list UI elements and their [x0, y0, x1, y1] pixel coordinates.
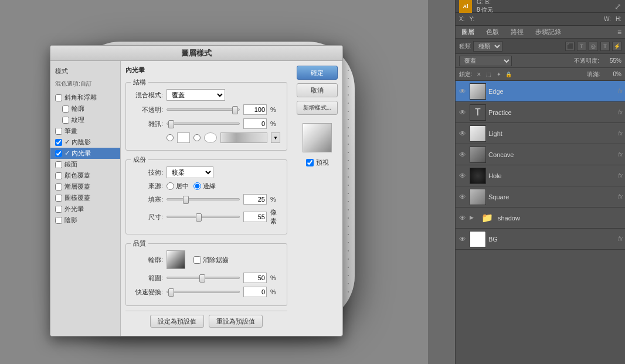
- range-slider-container[interactable]: [167, 273, 240, 283]
- expand-icon[interactable]: ⤢: [614, 2, 621, 11]
- inner-shadow-checkbox[interactable]: [55, 139, 62, 146]
- jitter-value-input[interactable]: 0: [243, 287, 267, 297]
- concave-fx[interactable]: fx: [618, 151, 623, 158]
- light-fx[interactable]: fx: [618, 130, 623, 137]
- pattern-overlay-checkbox[interactable]: [55, 195, 62, 202]
- size-slider-container[interactable]: [167, 212, 240, 222]
- source-edge-radio[interactable]: [193, 182, 201, 190]
- source-edge-option[interactable]: 邊緣: [193, 182, 216, 190]
- sidebar-item-color-overlay[interactable]: 顏色覆蓋: [50, 170, 120, 181]
- color-radio-gradient[interactable]: [193, 134, 201, 141]
- set-default-button[interactable]: 設定為預設值: [150, 315, 204, 328]
- tab-color[interactable]: 色版: [484, 26, 501, 38]
- sidebar-item-stroke[interactable]: 筆畫: [50, 125, 120, 137]
- sidebar-item-outer-glow[interactable]: 外光暈: [50, 203, 120, 215]
- bg-visibility[interactable]: 👁: [458, 234, 467, 244]
- ok-button[interactable]: 確定: [297, 66, 338, 80]
- gradient-overlay-checkbox[interactable]: [55, 183, 62, 190]
- layer-row-bg[interactable]: 👁 BG fx: [456, 229, 625, 250]
- filter-icon-3[interactable]: ◎: [589, 42, 598, 51]
- layer-row-shadow[interactable]: 👁 ▶ 📁 shadow: [456, 207, 625, 229]
- shadow-checkbox[interactable]: [55, 217, 62, 224]
- jitter-slider-thumb[interactable]: [168, 288, 174, 297]
- preview-checkbox[interactable]: [306, 159, 314, 166]
- edge-visibility[interactable]: 👁: [458, 87, 467, 96]
- shadow-group-arrow[interactable]: ▶: [470, 215, 477, 222]
- layer-row-hole[interactable]: 👁 Hole fx: [456, 165, 625, 186]
- hole-visibility[interactable]: 👁: [458, 171, 467, 181]
- outer-glow-checkbox[interactable]: [55, 206, 62, 213]
- sidebar-item-gradient-overlay[interactable]: 漸層覆蓋: [50, 181, 120, 192]
- blend-mode-select[interactable]: 覆蓋 正常 濾色: [167, 89, 225, 101]
- layer-row-concave[interactable]: 👁 Concave fx: [456, 144, 625, 165]
- cancel-button[interactable]: 取消: [297, 83, 338, 97]
- range-slider-thumb[interactable]: [199, 274, 205, 283]
- blend-mode-panel-select[interactable]: 覆蓋: [459, 56, 512, 66]
- sidebar-item-inner-glow[interactable]: ✓ 內光暈: [50, 148, 120, 159]
- color-radio-solid[interactable]: [167, 134, 174, 141]
- bg-fx[interactable]: fx: [618, 236, 623, 242]
- shadow-visibility[interactable]: 👁: [458, 213, 467, 223]
- concave-visibility[interactable]: 👁: [458, 150, 467, 159]
- sidebar-item-inner-shadow[interactable]: ✓ 內陰影: [50, 137, 120, 148]
- sidebar-item-satin[interactable]: 鍛面: [50, 159, 120, 170]
- filter-icon-1[interactable]: ⬛: [565, 42, 575, 51]
- practice-visibility[interactable]: 👁: [458, 108, 467, 117]
- edge-fx[interactable]: fx: [618, 88, 623, 94]
- fill-slider-container[interactable]: [167, 195, 240, 204]
- panel-menu-btn[interactable]: ≡: [617, 28, 621, 36]
- filter-icon-2[interactable]: T: [577, 42, 586, 51]
- sidebar-item-contour[interactable]: 輪廓: [50, 103, 120, 114]
- layer-row-practice[interactable]: 👁 T Practice fx: [456, 102, 625, 123]
- noise-slider-container[interactable]: [167, 119, 240, 128]
- opacity-value-input[interactable]: 100: [243, 104, 267, 115]
- fill-slider-thumb[interactable]: [183, 196, 189, 204]
- lock-position-icon[interactable]: ✕: [475, 70, 483, 79]
- tab-paths[interactable]: 路徑: [508, 26, 526, 38]
- lock-move-icon[interactable]: ✦: [495, 70, 503, 79]
- practice-fx[interactable]: fx: [618, 109, 623, 115]
- range-value-input[interactable]: 50: [243, 273, 267, 283]
- contour-checkbox[interactable]: [62, 106, 69, 113]
- lock-all-icon[interactable]: 🔒: [505, 70, 513, 79]
- light-visibility[interactable]: 👁: [458, 129, 467, 138]
- opacity-slider-container[interactable]: [167, 105, 240, 114]
- source-center-option[interactable]: 居中: [167, 182, 189, 190]
- tab-layers[interactable]: 圖層: [459, 26, 477, 38]
- square-visibility[interactable]: 👁: [458, 192, 467, 202]
- source-center-radio[interactable]: [167, 182, 174, 190]
- filter-icon-5[interactable]: ⚡: [612, 42, 621, 51]
- fill-value-input[interactable]: 25: [243, 194, 267, 205]
- layer-row-light[interactable]: 👁 Light fx: [456, 123, 625, 144]
- color-swatch-white[interactable]: [177, 132, 190, 143]
- noise-slider-thumb[interactable]: [168, 120, 174, 128]
- tab-history[interactable]: 步驟記錄: [533, 26, 563, 38]
- filter-icon-4[interactable]: T: [600, 42, 610, 51]
- size-slider-thumb[interactable]: [196, 213, 202, 222]
- color-dropdown-btn[interactable]: ▼: [271, 132, 280, 143]
- square-fx[interactable]: fx: [618, 193, 623, 200]
- filter-type-select[interactable]: 種類: [473, 41, 502, 52]
- contour-preview[interactable]: [167, 250, 185, 269]
- tech-select[interactable]: 較柔 精確: [167, 166, 213, 178]
- reset-default-button[interactable]: 重設為預設值: [209, 315, 263, 328]
- hole-fx[interactable]: fx: [618, 172, 623, 179]
- fill-panel-value[interactable]: 0%: [603, 71, 621, 77]
- opacity-slider-thumb[interactable]: [232, 106, 238, 114]
- texture-checkbox[interactable]: [62, 117, 69, 124]
- color-overlay-checkbox[interactable]: [55, 172, 62, 179]
- color-swatch-custom[interactable]: [220, 132, 267, 143]
- stroke-checkbox[interactable]: [55, 128, 62, 135]
- layer-row-square[interactable]: 👁 Square fx: [456, 186, 625, 207]
- sidebar-item-pattern-overlay[interactable]: 圖樣覆蓋: [50, 192, 120, 203]
- anti-alias-option[interactable]: 消除鋸齒: [193, 256, 229, 264]
- jitter-slider-container[interactable]: [167, 287, 240, 297]
- panel-opacity-value[interactable]: 55%: [603, 57, 621, 64]
- inner-glow-checkbox[interactable]: [55, 150, 62, 157]
- size-value-input[interactable]: 55: [243, 212, 267, 222]
- sidebar-item-bevel[interactable]: 斜角和浮雕: [50, 92, 120, 103]
- satin-checkbox[interactable]: [55, 161, 62, 168]
- layer-row-edge[interactable]: 👁 Edge fx: [456, 81, 625, 102]
- sidebar-item-texture[interactable]: 紋理: [50, 114, 120, 125]
- sidebar-item-shadow[interactable]: 陰影: [50, 215, 120, 226]
